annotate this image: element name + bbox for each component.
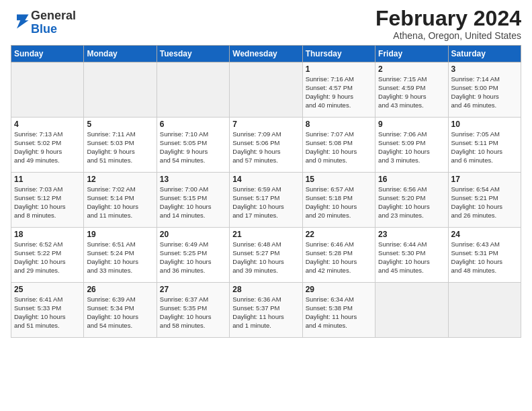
day-detail: Sunrise: 7:11 AM Sunset: 5:03 PM Dayligh… — [87, 130, 153, 165]
calendar-cell: 16Sunrise: 6:56 AM Sunset: 5:20 PM Dayli… — [375, 173, 448, 228]
day-number: 20 — [160, 230, 226, 239]
day-detail: Sunrise: 6:37 AM Sunset: 5:35 PM Dayligh… — [160, 295, 226, 330]
calendar-cell: 26Sunrise: 6:39 AM Sunset: 5:34 PM Dayli… — [84, 283, 157, 338]
weekday-monday: Monday — [84, 46, 157, 62]
day-detail: Sunrise: 6:36 AM Sunset: 5:37 PM Dayligh… — [232, 295, 299, 330]
weekday-sunday: Sunday — [11, 46, 84, 62]
day-detail: Sunrise: 6:49 AM Sunset: 5:25 PM Dayligh… — [160, 240, 226, 275]
day-detail: Sunrise: 7:03 AM Sunset: 5:12 PM Dayligh… — [14, 185, 81, 220]
calendar-cell: 7Sunrise: 7:09 AM Sunset: 5:06 PM Daylig… — [230, 118, 302, 173]
calendar-cell: 10Sunrise: 7:05 AM Sunset: 5:11 PM Dayli… — [448, 118, 521, 173]
day-detail: Sunrise: 6:43 AM Sunset: 5:31 PM Dayligh… — [451, 240, 518, 275]
weekday-friday: Friday — [375, 46, 448, 62]
day-detail: Sunrise: 7:14 AM Sunset: 5:00 PM Dayligh… — [451, 75, 518, 109]
logo-general: General — [31, 9, 76, 22]
weekday-tuesday: Tuesday — [157, 46, 229, 62]
calendar-cell: 17Sunrise: 6:54 AM Sunset: 5:21 PM Dayli… — [448, 173, 521, 228]
calendar-cell: 5Sunrise: 7:11 AM Sunset: 5:03 PM Daylig… — [84, 118, 157, 173]
calendar-cell: 22Sunrise: 6:46 AM Sunset: 5:28 PM Dayli… — [302, 228, 375, 283]
day-detail: Sunrise: 7:13 AM Sunset: 5:02 PM Dayligh… — [14, 130, 81, 165]
logo-text: General Blue — [31, 9, 76, 36]
day-detail: Sunrise: 7:15 AM Sunset: 4:59 PM Dayligh… — [378, 75, 445, 109]
day-detail: Sunrise: 7:02 AM Sunset: 5:14 PM Dayligh… — [87, 185, 153, 220]
day-number: 12 — [87, 175, 153, 184]
calendar-cell — [230, 62, 302, 118]
day-detail: Sunrise: 6:56 AM Sunset: 5:20 PM Dayligh… — [378, 185, 445, 220]
day-detail: Sunrise: 6:51 AM Sunset: 5:24 PM Dayligh… — [87, 240, 153, 275]
svg-marker-0 — [17, 14, 29, 28]
weekday-row: SundayMondayTuesdayWednesdayThursdayFrid… — [11, 46, 521, 62]
day-number: 29 — [306, 285, 372, 294]
day-detail: Sunrise: 7:00 AM Sunset: 5:15 PM Dayligh… — [160, 185, 226, 220]
calendar-cell — [375, 283, 448, 338]
day-number: 7 — [232, 120, 299, 129]
day-detail: Sunrise: 6:39 AM Sunset: 5:34 PM Dayligh… — [87, 295, 153, 330]
week-row-5: 25Sunrise: 6:41 AM Sunset: 5:33 PM Dayli… — [11, 283, 521, 338]
day-number: 27 — [160, 285, 226, 294]
day-number: 2 — [378, 64, 445, 74]
calendar-cell: 28Sunrise: 6:36 AM Sunset: 5:37 PM Dayli… — [230, 283, 302, 338]
calendar-cell — [448, 283, 521, 338]
day-number: 22 — [306, 230, 372, 239]
day-detail: Sunrise: 6:46 AM Sunset: 5:28 PM Dayligh… — [306, 240, 372, 275]
day-number: 4 — [14, 120, 81, 129]
day-number: 6 — [160, 120, 226, 129]
day-number: 14 — [232, 175, 299, 184]
day-number: 25 — [14, 285, 81, 294]
weekday-thursday: Thursday — [302, 46, 375, 62]
calendar-cell — [11, 62, 84, 118]
calendar-body: 1Sunrise: 7:16 AM Sunset: 4:57 PM Daylig… — [11, 62, 521, 338]
day-detail: Sunrise: 7:06 AM Sunset: 5:09 PM Dayligh… — [378, 130, 445, 165]
day-number: 28 — [232, 285, 299, 294]
calendar-cell: 2Sunrise: 7:15 AM Sunset: 4:59 PM Daylig… — [375, 62, 448, 118]
calendar-cell: 3Sunrise: 7:14 AM Sunset: 5:00 PM Daylig… — [448, 62, 521, 118]
day-number: 21 — [232, 230, 299, 239]
calendar-table: SundayMondayTuesdayWednesdayThursdayFrid… — [11, 45, 521, 338]
logo-icon — [12, 12, 31, 31]
calendar-cell: 21Sunrise: 6:48 AM Sunset: 5:27 PM Dayli… — [230, 228, 302, 283]
day-number: 16 — [378, 175, 445, 184]
day-number: 17 — [451, 175, 518, 184]
logo: General Blue — [11, 9, 76, 36]
day-detail: Sunrise: 6:41 AM Sunset: 5:33 PM Dayligh… — [14, 295, 81, 330]
week-row-4: 18Sunrise: 6:52 AM Sunset: 5:22 PM Dayli… — [11, 228, 521, 283]
day-number: 18 — [14, 230, 81, 239]
calendar-cell — [84, 62, 157, 118]
day-number: 15 — [306, 175, 372, 184]
weekday-wednesday: Wednesday — [230, 46, 302, 62]
day-number: 13 — [160, 175, 226, 184]
calendar-header: SundayMondayTuesdayWednesdayThursdayFrid… — [11, 46, 521, 62]
calendar-cell: 1Sunrise: 7:16 AM Sunset: 4:57 PM Daylig… — [302, 62, 375, 118]
day-detail: Sunrise: 7:09 AM Sunset: 5:06 PM Dayligh… — [232, 130, 299, 165]
month-year: February 2024 — [375, 7, 521, 30]
calendar-cell: 14Sunrise: 6:59 AM Sunset: 5:17 PM Dayli… — [230, 173, 302, 228]
calendar-cell: 8Sunrise: 7:07 AM Sunset: 5:08 PM Daylig… — [302, 118, 375, 173]
calendar-cell: 12Sunrise: 7:02 AM Sunset: 5:14 PM Dayli… — [84, 173, 157, 228]
week-row-2: 4Sunrise: 7:13 AM Sunset: 5:02 PM Daylig… — [11, 118, 521, 173]
calendar-cell: 23Sunrise: 6:44 AM Sunset: 5:30 PM Dayli… — [375, 228, 448, 283]
day-detail: Sunrise: 7:10 AM Sunset: 5:05 PM Dayligh… — [160, 130, 226, 165]
calendar-cell: 18Sunrise: 6:52 AM Sunset: 5:22 PM Dayli… — [11, 228, 84, 283]
calendar-cell: 27Sunrise: 6:37 AM Sunset: 5:35 PM Dayli… — [157, 283, 229, 338]
week-row-1: 1Sunrise: 7:16 AM Sunset: 4:57 PM Daylig… — [11, 62, 521, 118]
day-detail: Sunrise: 6:34 AM Sunset: 5:38 PM Dayligh… — [306, 295, 372, 330]
page: General Blue February 2024 Athena, Orego… — [0, 0, 532, 345]
day-detail: Sunrise: 6:59 AM Sunset: 5:17 PM Dayligh… — [232, 185, 299, 220]
day-detail: Sunrise: 6:44 AM Sunset: 5:30 PM Dayligh… — [378, 240, 445, 275]
day-detail: Sunrise: 6:48 AM Sunset: 5:27 PM Dayligh… — [232, 240, 299, 275]
calendar-cell: 4Sunrise: 7:13 AM Sunset: 5:02 PM Daylig… — [11, 118, 84, 173]
calendar-cell: 24Sunrise: 6:43 AM Sunset: 5:31 PM Dayli… — [448, 228, 521, 283]
day-number: 23 — [378, 230, 445, 239]
day-number: 3 — [451, 64, 518, 74]
day-number: 5 — [87, 120, 153, 129]
day-number: 10 — [451, 120, 518, 129]
location: Athena, Oregon, United States — [375, 30, 521, 41]
calendar-cell: 6Sunrise: 7:10 AM Sunset: 5:05 PM Daylig… — [157, 118, 229, 173]
day-detail: Sunrise: 7:07 AM Sunset: 5:08 PM Dayligh… — [306, 130, 372, 165]
weekday-saturday: Saturday — [448, 46, 521, 62]
calendar-cell: 15Sunrise: 6:57 AM Sunset: 5:18 PM Dayli… — [302, 173, 375, 228]
day-number: 26 — [87, 285, 153, 294]
calendar-cell: 13Sunrise: 7:00 AM Sunset: 5:15 PM Dayli… — [157, 173, 229, 228]
calendar-cell: 19Sunrise: 6:51 AM Sunset: 5:24 PM Dayli… — [84, 228, 157, 283]
header: General Blue February 2024 Athena, Orego… — [11, 7, 521, 41]
